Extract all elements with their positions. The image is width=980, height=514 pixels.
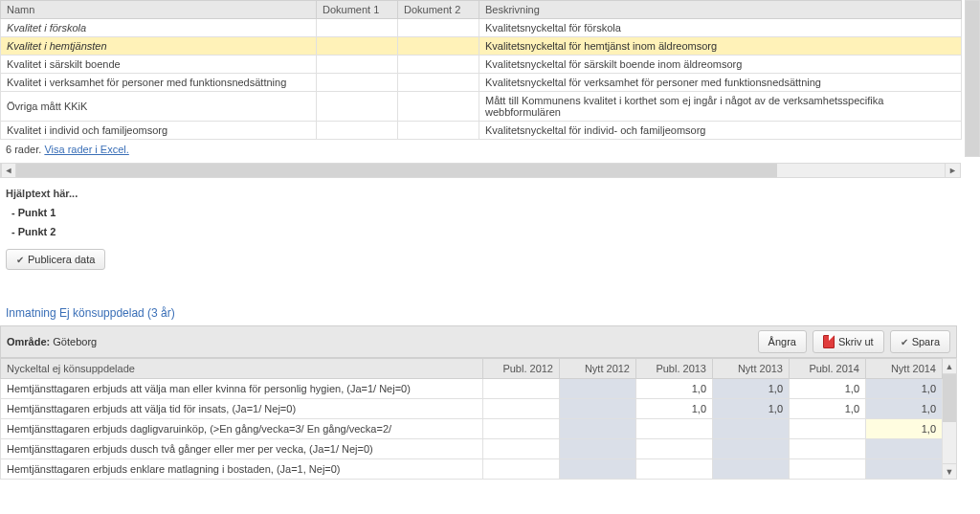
table-row[interactable]: Kvalitet i hemtjänstenKvalitetsnyckeltal… — [1, 37, 962, 56]
skriv-ut-button[interactable]: Skriv ut — [813, 330, 884, 353]
section-title-prefix: Inmatning Ej könsuppdelad ( — [6, 306, 151, 320]
cell-nytt[interactable] — [713, 459, 790, 480]
cell-dok[interactable] — [317, 19, 398, 37]
cell-besk[interactable]: Mått till Kommunens kvalitet i korthet s… — [479, 92, 962, 122]
cell-dok[interactable] — [398, 92, 479, 122]
col-dok2-header[interactable]: Dokument 2 — [398, 1, 479, 19]
row-label: Hemtjänsttagaren erbjuds dusch två gånge… — [1, 439, 483, 459]
spara-button[interactable]: Spara — [890, 330, 950, 353]
cell-dok[interactable] — [398, 56, 479, 74]
table-row[interactable]: Kvalitet i individ och familjeomsorgKval… — [1, 122, 962, 140]
area-bar: Område: Göteborg Ångra Skriv ut Spara — [0, 325, 957, 358]
col-besk-header[interactable]: Beskrivning — [479, 1, 962, 19]
cell-namn[interactable]: Kvalitet i särskilt boende — [1, 56, 317, 74]
cell-publ: 1,0 — [636, 379, 713, 399]
cell-publ — [483, 459, 560, 480]
row-label: Hemtjänsttagaren erbjuds att välja tid f… — [1, 399, 483, 419]
cell-nytt[interactable] — [560, 399, 636, 419]
data-row[interactable]: Hemtjänsttagaren erbjuds dagligvaruinköp… — [1, 419, 943, 439]
cell-nytt[interactable] — [560, 379, 636, 399]
cell-publ — [636, 439, 713, 459]
publicera-data-button[interactable]: Publicera data — [6, 249, 105, 270]
cell-nytt[interactable] — [866, 439, 943, 459]
section-years: 3 år — [151, 306, 171, 320]
cell-nytt[interactable]: 1,0 — [713, 399, 790, 419]
data-row[interactable]: Hemtjänsttagaren erbjuds att välja tid f… — [1, 399, 943, 419]
cell-namn[interactable]: Kvalitet i förskola — [1, 19, 317, 37]
cell-dok[interactable] — [398, 37, 479, 56]
cell-dok[interactable] — [398, 19, 479, 37]
check-icon — [901, 336, 908, 347]
col-publ-2013[interactable]: Publ. 2013 — [636, 359, 713, 379]
show-in-excel-link[interactable]: Visa rader i Excel. — [44, 144, 128, 155]
data-row[interactable]: Hemtjänsttagaren erbjuds enklare matlagn… — [1, 459, 943, 480]
cell-besk[interactable]: Kvalitetsnyckeltal för hemtjänst inom äl… — [479, 37, 962, 56]
cell-nytt[interactable]: 1,0 — [866, 419, 943, 439]
vertical-scroll-thumb-data[interactable] — [943, 374, 956, 422]
cell-besk[interactable]: Kvalitetsnyckeltal för individ- och fami… — [479, 122, 962, 140]
cell-dok[interactable] — [317, 74, 398, 92]
data-row[interactable]: Hemtjänsttagaren erbjuds att välja man e… — [1, 379, 943, 399]
horizontal-scrollbar[interactable]: ◄ ► — [0, 163, 961, 178]
top-list-table[interactable]: Namn Dokument 1 Dokument 2 Beskrivning K… — [0, 0, 962, 140]
cell-besk[interactable]: Kvalitetsnyckeltal för förskola — [479, 19, 962, 37]
cell-namn[interactable]: Kvalitet i individ och familjeomsorg — [1, 122, 317, 140]
cell-dok[interactable] — [317, 122, 398, 140]
scroll-thumb[interactable] — [16, 164, 777, 177]
cell-nytt[interactable] — [713, 439, 790, 459]
cell-dok[interactable] — [398, 74, 479, 92]
cell-namn[interactable]: Kvalitet i hemtjänsten — [1, 37, 317, 56]
cell-publ: 1,0 — [790, 379, 866, 399]
cell-nytt[interactable] — [560, 419, 636, 439]
col-namn-header[interactable]: Namn — [1, 1, 317, 19]
cell-namn[interactable]: Övriga mått KKiK — [1, 92, 317, 122]
top-table-header-row: Namn Dokument 1 Dokument 2 Beskrivning — [1, 1, 962, 19]
table-row[interactable]: Övriga mått KKiKMått till Kommunens kval… — [1, 92, 962, 122]
area-label: Område: — [7, 336, 50, 347]
scroll-right-arrow-icon[interactable]: ► — [945, 164, 960, 177]
cell-dok[interactable] — [317, 56, 398, 74]
area-label-wrap: Område: Göteborg — [7, 336, 97, 347]
scroll-down-arrow-icon[interactable]: ▼ — [943, 463, 956, 479]
check-icon — [16, 254, 24, 265]
scroll-up-arrow-icon[interactable]: ▲ — [943, 359, 956, 374]
cell-publ — [483, 399, 560, 419]
cell-publ — [790, 459, 866, 480]
data-row[interactable]: Hemtjänsttagaren erbjuds dusch två gånge… — [1, 439, 943, 459]
row-label: Hemtjänsttagaren erbjuds enklare matlagn… — [1, 459, 483, 480]
cell-dok[interactable] — [317, 37, 398, 56]
table-row[interactable]: Kvalitet i förskolaKvalitetsnyckeltal fö… — [1, 19, 962, 37]
angra-label: Ångra — [768, 336, 796, 347]
data-header-label[interactable]: Nyckeltal ej könsuppdelade — [1, 359, 483, 379]
col-publ-2014[interactable]: Publ. 2014 — [790, 359, 866, 379]
table-row[interactable]: Kvalitet i verksamhet för personer med f… — [1, 74, 962, 92]
cell-namn[interactable]: Kvalitet i verksamhet för personer med f… — [1, 74, 317, 92]
col-publ-2012[interactable]: Publ. 2012 — [483, 359, 560, 379]
help-punkt-1: - Punkt 1 — [11, 207, 974, 218]
help-title: Hjälptext här... — [6, 188, 78, 199]
cell-nytt[interactable]: 1,0 — [866, 379, 943, 399]
cell-nytt[interactable] — [560, 439, 636, 459]
vertical-scrollbar-data[interactable]: ▲ ▼ — [943, 358, 957, 480]
cell-nytt[interactable] — [866, 459, 943, 480]
cell-nytt[interactable]: 1,0 — [866, 399, 943, 419]
col-dok1-header[interactable]: Dokument 1 — [317, 1, 398, 19]
col-nytt-2014[interactable]: Nytt 2014 — [866, 359, 943, 379]
col-nytt-2012[interactable]: Nytt 2012 — [560, 359, 636, 379]
data-entry-table[interactable]: Nyckeltal ej könsuppdelade Publ. 2012 Ny… — [0, 358, 943, 480]
cell-nytt[interactable] — [713, 419, 790, 439]
cell-besk[interactable]: Kvalitetsnyckeltal för verksamhet för pe… — [479, 74, 962, 92]
cell-nytt[interactable]: 1,0 — [713, 379, 790, 399]
col-nytt-2013[interactable]: Nytt 2013 — [713, 359, 790, 379]
angra-button[interactable]: Ångra — [758, 330, 807, 353]
scroll-left-arrow-icon[interactable]: ◄ — [1, 164, 16, 177]
table-row[interactable]: Kvalitet i särskilt boendeKvalitetsnycke… — [1, 56, 962, 74]
vertical-scroll-thumb-top[interactable] — [966, 1, 979, 156]
vertical-scrollbar-top[interactable] — [965, 0, 980, 157]
cell-dok[interactable] — [317, 92, 398, 122]
cell-besk[interactable]: Kvalitetsnyckeltal för särskilt boende i… — [479, 56, 962, 74]
cell-nytt[interactable] — [560, 459, 636, 480]
cell-dok[interactable] — [398, 122, 479, 140]
scroll-track[interactable] — [16, 164, 945, 177]
cell-publ — [636, 459, 713, 480]
